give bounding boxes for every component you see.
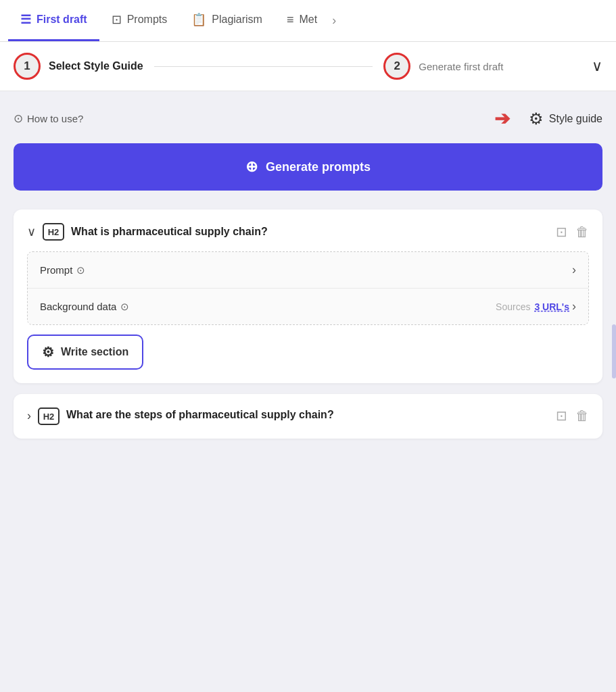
arrow-right-icon: ➔ [494,107,510,130]
write-section-label: Write section [61,346,128,358]
style-guide-button[interactable]: ⚙ Style guide [529,109,602,128]
how-to-use-label: How to use? [27,113,83,124]
section-2-actions: ⊡ 🗑 [556,407,589,424]
generate-prompts-button[interactable]: ⊕ Generate prompts [14,143,602,191]
prompts-icon: ⊡ [112,12,122,27]
section-2-level-badge: H2 [38,407,60,425]
background-help-icon: ⊙ [120,301,129,313]
step-1-number: 1 [24,59,30,73]
delete-icon[interactable]: 🗑 [575,224,589,240]
step-2-chevron[interactable]: ∨ [592,57,602,75]
section-2-title: What are the steps of pharmaceutical sup… [66,407,549,422]
delete-2-icon[interactable]: 🗑 [575,408,589,424]
copy-2-icon[interactable]: ⊡ [556,407,567,424]
section-1-actions: ⊡ 🗑 [556,224,589,240]
tab-plagiarism[interactable]: 📋 Plagiarism [179,0,275,41]
background-row[interactable]: Background data ⊙ Sources 3 URL's › [28,289,588,324]
generate-btn-label: Generate prompts [266,160,371,174]
section-2-chevron[interactable]: › [27,409,31,423]
how-to-use[interactable]: ⊙ How to use? [14,112,83,126]
section-2-header: › H2 What are the steps of pharmaceutica… [27,407,589,425]
step-2[interactable]: 2 Generate first draft ∨ [383,53,602,80]
first-draft-icon: ☰ [20,12,31,27]
tab-first-draft-label: First draft [37,14,87,26]
style-guide-icon: ⚙ [529,109,544,128]
sources-label: Sources [496,301,530,312]
copy-icon[interactable]: ⊡ [556,224,567,240]
prompt-label: Prompt ⊙ [40,264,572,276]
section-card-2: › H2 What are the steps of pharmaceutica… [14,394,602,439]
help-icon: ⊙ [14,112,23,126]
urls-label[interactable]: 3 URL's [534,301,569,312]
section-card-1: ∨ H2 What is pharmaceutical supply chain… [14,209,602,383]
main-content: ⊙ How to use? ➔ ⚙ Style guide ⊕ Generate… [0,91,616,466]
met-icon: ≡ [287,13,294,27]
prompt-row[interactable]: Prompt ⊙ › [28,252,588,289]
section-1-title: What is pharmaceutical supply chain? [71,226,549,238]
background-chevron[interactable]: › [572,299,576,314]
plagiarism-icon: 📋 [191,12,206,27]
step-2-label: Generate first draft [419,61,584,72]
write-section-button[interactable]: ⚙ Write section [27,335,143,370]
step-bar: 1 Select Style Guide 2 Generate first dr… [0,42,616,91]
section-1-level-badge: H2 [43,223,64,241]
step-divider [154,66,373,67]
tabs-more-chevron[interactable]: › [332,14,336,28]
step-2-circle: 2 [383,53,410,80]
background-label: Background data ⊙ [40,301,496,313]
prompt-chevron[interactable]: › [572,263,576,277]
style-guide-group: ➔ ⚙ Style guide [494,107,602,130]
step-1-label: Select Style Guide [49,60,143,72]
tab-prompts-label: Prompts [127,14,168,26]
info-row: ⊙ How to use? ➔ ⚙ Style guide [14,107,602,130]
section-1-inner: Prompt ⊙ › Background data ⊙ Sources 3 U… [27,251,589,325]
tab-met[interactable]: ≡ Met [275,0,329,41]
step-1[interactable]: 1 Select Style Guide [14,53,143,80]
tab-met-label: Met [299,14,317,26]
write-icon: ⚙ [42,344,54,360]
tab-plagiarism-label: Plagiarism [212,14,262,26]
tab-bar: ☰ First draft ⊡ Prompts 📋 Plagiarism ≡ M… [0,0,616,42]
section-1-header: ∨ H2 What is pharmaceutical supply chain… [27,223,589,241]
tab-prompts[interactable]: ⊡ Prompts [99,0,180,41]
scrollbar[interactable] [612,324,616,378]
section-1-chevron[interactable]: ∨ [27,224,36,239]
prompt-help-icon: ⊙ [76,264,85,276]
step-1-circle: 1 [14,53,41,80]
step-2-number: 2 [394,59,400,73]
tab-first-draft[interactable]: ☰ First draft [8,0,99,41]
style-guide-label: Style guide [549,113,602,125]
generate-btn-icon: ⊕ [245,158,258,176]
